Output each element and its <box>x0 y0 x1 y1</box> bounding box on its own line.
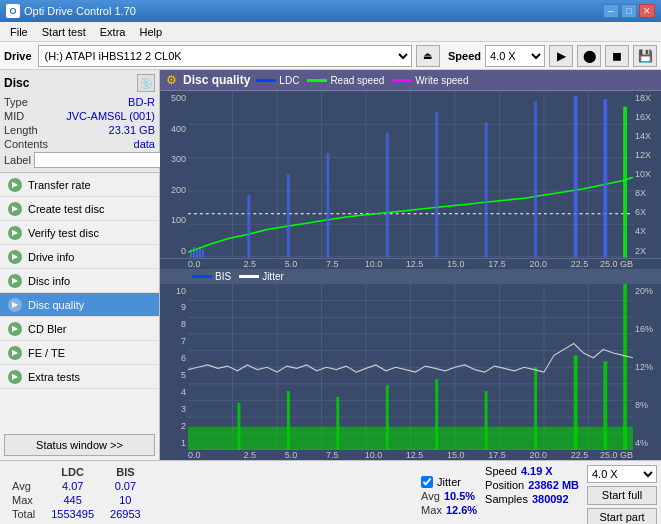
nav-fe-te[interactable]: ▶ FE / TE <box>0 341 159 365</box>
nav-icon-cd-bler: ▶ <box>8 322 22 336</box>
chart2-svg <box>188 284 633 451</box>
stats-col-bis: BIS <box>102 465 149 479</box>
nav-drive-info[interactable]: ▶ Drive info <box>0 245 159 269</box>
jitter-avg-value: 10.5% <box>444 490 475 502</box>
close-button[interactable]: ✕ <box>639 4 655 18</box>
disc-length-value: 23.31 GB <box>109 124 155 136</box>
svg-rect-30 <box>603 99 607 257</box>
maximize-button[interactable]: □ <box>621 4 637 18</box>
svg-rect-29 <box>574 96 578 257</box>
disc-label-input[interactable] <box>34 152 167 168</box>
svg-rect-25 <box>386 133 389 258</box>
stats-bar: LDC BIS Avg 4.07 0.07 Max 445 10 Total 1… <box>0 460 661 524</box>
stats-table: LDC BIS Avg 4.07 0.07 Max 445 10 Total 1… <box>4 465 413 524</box>
svg-rect-54 <box>287 391 290 450</box>
nav-label-fe-te: FE / TE <box>28 347 65 359</box>
position-value: 23862 MB <box>528 479 579 491</box>
svg-rect-59 <box>534 367 537 450</box>
chart1-y-axis-right: 18X 16X 14X 12X 10X 8X 6X 4X 2X <box>633 91 661 258</box>
jitter-avg-label: Avg <box>421 490 440 502</box>
nav-icon-verify: ▶ <box>8 226 22 240</box>
speed-label: Speed <box>485 465 517 477</box>
nav-transfer-rate[interactable]: ▶ Transfer rate <box>0 173 159 197</box>
jitter-legend-color <box>239 275 259 278</box>
menu-file[interactable]: File <box>4 24 34 40</box>
bis-legend-label: BIS <box>215 271 231 282</box>
svg-rect-61 <box>603 361 607 450</box>
play-button[interactable]: ▶ <box>549 45 573 67</box>
eject-button[interactable]: ⏏ <box>416 45 440 67</box>
stats-max-ldc: 445 <box>43 493 102 507</box>
nav-icon-create: ▶ <box>8 202 22 216</box>
menu-extra[interactable]: Extra <box>94 24 132 40</box>
drive-label: Drive <box>4 50 32 62</box>
svg-rect-58 <box>485 391 488 450</box>
title-bar: O Opti Drive Control 1.70 ─ □ ✕ <box>0 0 661 22</box>
disc-mid-value: JVC-AMS6L (001) <box>66 110 155 122</box>
read-speed-legend-color <box>307 79 327 82</box>
disc-panel: Disc 💿 Type BD-R MID JVC-AMS6L (001) Len… <box>0 70 159 173</box>
disc-section-title: Disc <box>4 76 29 90</box>
jitter-section: Jitter Avg 10.5% Max 12.6% <box>421 465 477 524</box>
nav-icon-extra: ▶ <box>8 370 22 384</box>
jitter-legend-label: Jitter <box>262 271 284 282</box>
start-full-button[interactable]: Start full <box>587 486 657 504</box>
content-icon: ⚙ <box>166 73 177 87</box>
jitter-label: Jitter <box>437 476 461 488</box>
svg-rect-27 <box>485 122 488 257</box>
toolbar: Drive (H:) ATAPI iHBS112 2 CL0K ⏏ Speed … <box>0 42 661 70</box>
nav-icon-fe-te: ▶ <box>8 346 22 360</box>
svg-rect-53 <box>237 402 240 450</box>
nav-verify-test-disc[interactable]: ▶ Verify test disc <box>0 221 159 245</box>
stats-avg-label: Avg <box>4 479 43 493</box>
menu-help[interactable]: Help <box>133 24 168 40</box>
record-button[interactable]: ⬤ <box>577 45 601 67</box>
save-button[interactable]: 💾 <box>633 45 657 67</box>
disc-type-value: BD-R <box>128 96 155 108</box>
chart1-svg-container <box>188 91 633 258</box>
nav-label-disc-quality: Disc quality <box>28 299 84 311</box>
svg-rect-52 <box>188 426 633 450</box>
action-speed-select[interactable]: 4.0 X <box>587 465 657 483</box>
disc-contents-value: data <box>134 138 155 150</box>
svg-rect-56 <box>386 385 389 450</box>
speed-position-section: Speed 4.19 X Position 23862 MB Samples 3… <box>485 465 579 524</box>
nav-disc-quality[interactable]: ▶ Disc quality <box>0 293 159 317</box>
nav-create-test-disc[interactable]: ▶ Create test disc <box>0 197 159 221</box>
svg-rect-24 <box>326 153 329 257</box>
nav-extra-tests[interactable]: ▶ Extra tests <box>0 365 159 389</box>
minimize-button[interactable]: ─ <box>603 4 619 18</box>
nav-icon-transfer: ▶ <box>8 178 22 192</box>
ldc-legend-color <box>256 79 276 82</box>
svg-rect-57 <box>435 379 438 450</box>
stats-max-bis: 10 <box>102 493 149 507</box>
status-window-button[interactable]: Status window >> <box>4 434 155 456</box>
menu-bar: File Start test Extra Help <box>0 22 661 42</box>
speed-value: 4.19 X <box>521 465 553 477</box>
speed-select[interactable]: 4.0 X <box>485 45 545 67</box>
nav-disc-info[interactable]: ▶ Disc info <box>0 269 159 293</box>
svg-rect-18 <box>193 247 195 257</box>
nav-label-transfer: Transfer rate <box>28 179 91 191</box>
samples-label: Samples <box>485 493 528 505</box>
stop-button[interactable]: ◼ <box>605 45 629 67</box>
nav-label-drive: Drive info <box>28 251 74 263</box>
start-part-button[interactable]: Start part <box>587 508 657 524</box>
disc-label-text: Label <box>4 154 31 166</box>
nav-label-extra: Extra tests <box>28 371 80 383</box>
action-section: 4.0 X Start full Start part <box>587 465 657 524</box>
drive-select[interactable]: (H:) ATAPI iHBS112 2 CL0K <box>38 45 412 67</box>
chart2-y-axis-left: 10 9 8 7 6 5 4 3 2 1 <box>160 284 188 451</box>
sidebar: Disc 💿 Type BD-R MID JVC-AMS6L (001) Len… <box>0 70 160 460</box>
svg-rect-21 <box>202 249 204 257</box>
chart2-y-axis-right: 20% 16% 12% 8% 4% <box>633 284 661 451</box>
menu-start-test[interactable]: Start test <box>36 24 92 40</box>
svg-rect-28 <box>534 101 537 257</box>
disc-icon-btn[interactable]: 💿 <box>137 74 155 92</box>
jitter-checkbox[interactable] <box>421 476 433 488</box>
nav-icon-drive: ▶ <box>8 250 22 264</box>
nav-label-verify: Verify test disc <box>28 227 99 239</box>
nav-label-disc-info: Disc info <box>28 275 70 287</box>
nav-cd-bler[interactable]: ▶ CD Bler <box>0 317 159 341</box>
samples-value: 380092 <box>532 493 569 505</box>
